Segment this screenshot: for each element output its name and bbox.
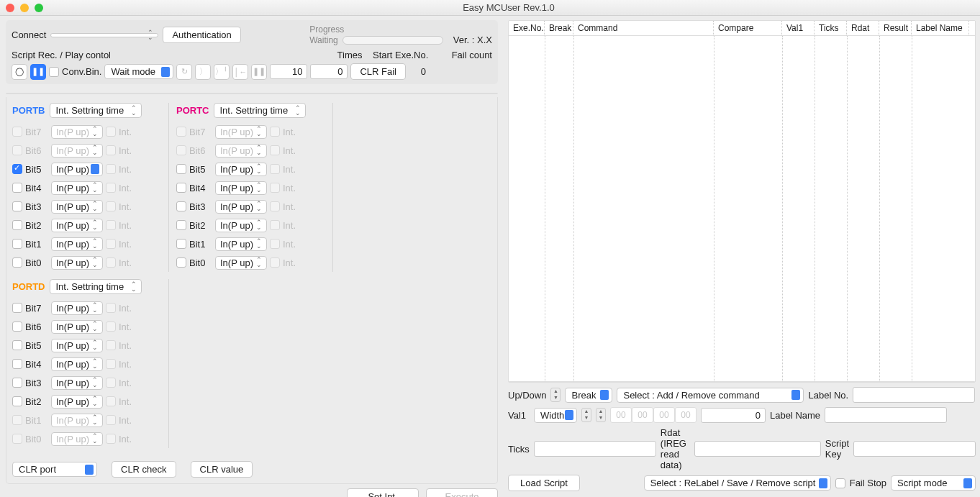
port-d-bit3-mode-select[interactable]: In(P up)⌃⌄ — [51, 376, 103, 390]
waitmode-select[interactable]: Wait mode — [104, 64, 173, 79]
port-c-bit1-checkbox[interactable] — [176, 239, 186, 249]
label-no-input[interactable] — [853, 387, 975, 403]
script-mode-select[interactable]: Script mode — [891, 475, 976, 491]
port-c-bit3-mode-select[interactable]: In(P up)⌃⌄ — [215, 200, 267, 214]
port-b-bit1-mode-select[interactable]: In(P up)⌃⌄ — [51, 237, 103, 251]
tab-mcu[interactable]: MCU — [6, 94, 43, 94]
clr-value-button[interactable]: CLR value — [191, 461, 253, 478]
port-c-setting-select[interactable]: Int. Settring time⌃⌄ — [214, 103, 306, 118]
script-key-input[interactable] — [853, 441, 976, 457]
port-d-bit5-checkbox[interactable] — [12, 340, 22, 350]
close-icon[interactable] — [6, 4, 14, 12]
rewind-button[interactable]: │← — [232, 64, 248, 80]
port-d-bit2-mode-select[interactable]: In(P up)⌃⌄ — [51, 395, 103, 409]
tab-regs[interactable]: REGs — [84, 94, 124, 94]
record-button[interactable]: ◯ — [12, 64, 27, 80]
execute-button[interactable]: Execute — [426, 488, 498, 497]
reload-button[interactable]: ↻ — [176, 64, 192, 80]
step-fwd-button[interactable]: 〉 — [195, 64, 211, 80]
port-c-bit5-checkbox[interactable] — [176, 164, 186, 174]
port-d-bit6-checkbox[interactable] — [12, 322, 22, 332]
val1-input[interactable] — [701, 408, 766, 423]
port-b-bit3-checkbox[interactable] — [12, 201, 22, 211]
rdat-input[interactable] — [694, 441, 821, 457]
pause-button[interactable]: ❚❚ — [30, 64, 46, 80]
th-exe-no-[interactable]: Exe.No. — [509, 21, 545, 35]
port-c-bit4-mode-select[interactable]: In(P up)⌃⌄ — [215, 181, 267, 195]
clr-fail-button[interactable]: CLR Fail — [350, 63, 406, 80]
step-stop-button[interactable]: 〉╵ — [214, 64, 230, 80]
tab-firm-[interactable]: Firm. — [407, 94, 444, 94]
val1-byte-2[interactable]: 00 — [653, 407, 675, 423]
tab-pio[interactable]: PIO — [188, 94, 219, 94]
th-command[interactable]: Command — [573, 21, 714, 35]
convbin-checkbox[interactable] — [49, 67, 59, 77]
port-d-bit5-mode-select[interactable]: In(P up)⌃⌄ — [51, 339, 103, 352]
updown-stepper[interactable]: ▲▼ — [550, 388, 561, 402]
port-d-bit6-mode-select[interactable]: In(P up)⌃⌄ — [51, 320, 103, 334]
th-label-name[interactable]: Label Name — [912, 21, 969, 35]
port-d-bit7-checkbox[interactable] — [12, 303, 22, 313]
th-ticks[interactable]: Ticks — [815, 21, 847, 35]
tab-analog[interactable]: Analog — [249, 94, 293, 94]
port-b-setting-select[interactable]: Int. Settring time⌃⌄ — [50, 103, 142, 118]
times-input[interactable] — [270, 64, 307, 79]
port-d-bit7-mode-select[interactable]: In(P up)⌃⌄ — [51, 301, 103, 315]
set-int-button[interactable]: Set Int. — [347, 488, 419, 497]
th-val1[interactable]: Val1 — [782, 21, 815, 35]
tab-binary[interactable]: Binary — [43, 94, 85, 94]
port-d-bit2-checkbox[interactable] — [12, 396, 22, 406]
port-c-bit0-checkbox[interactable] — [176, 257, 186, 268]
maximize-icon[interactable] — [35, 4, 43, 12]
val1-byte-3[interactable]: 00 — [675, 407, 697, 423]
val1-byte-1[interactable]: 00 — [632, 407, 653, 423]
port-b-bit1-checkbox[interactable] — [12, 239, 22, 249]
port-c-bit2-mode-select[interactable]: In(P up)⌃⌄ — [215, 219, 267, 232]
val1-stepper-2[interactable]: ▲▼ — [596, 408, 606, 422]
startexe-input[interactable] — [310, 64, 348, 79]
break-select[interactable]: Break — [565, 388, 612, 403]
fail-stop-checkbox[interactable] — [835, 478, 845, 488]
label-name-input[interactable] — [825, 407, 947, 423]
port-c-bit2-checkbox[interactable] — [176, 220, 186, 230]
tab-pwm[interactable]: PWM — [293, 94, 331, 94]
port-b-bit3-mode-select[interactable]: In(P up)⌃⌄ — [51, 200, 103, 214]
authentication-button[interactable]: Authentication — [163, 27, 240, 43]
port-c-bit1-mode-select[interactable]: In(P up)⌃⌄ — [215, 237, 267, 251]
port-c-bit0-mode-select[interactable]: In(P up)⌃⌄ — [215, 256, 267, 270]
port-d-bit3-checkbox[interactable] — [12, 378, 22, 388]
relabel-select[interactable]: Select : ReLabel / Save / Remove script — [644, 475, 831, 491]
port-d-setting-select[interactable]: Int. Settring time⌃⌄ — [50, 279, 142, 294]
port-b-bit2-mode-select[interactable]: In(P up)⌃⌄ — [51, 219, 103, 232]
width-select[interactable]: Width — [534, 408, 577, 423]
port-b-bit2-checkbox[interactable] — [12, 220, 22, 230]
port-c-bit3-checkbox[interactable] — [176, 201, 186, 211]
load-script-button[interactable]: Load Script — [508, 475, 580, 491]
minimize-icon[interactable] — [20, 4, 29, 12]
port-b-bit0-mode-select[interactable]: In(P up)⌃⌄ — [51, 256, 103, 270]
ticks-input[interactable] — [534, 441, 656, 457]
clr-port-select[interactable]: CLR port — [12, 462, 97, 477]
tab-cireg-adr-[interactable]: CIREG adr. — [124, 94, 187, 94]
port-b-bit4-mode-select[interactable]: In(P up)⌃⌄ — [51, 181, 103, 195]
th-result[interactable]: Result — [879, 21, 912, 35]
port-c-bit5-mode-select[interactable]: In(P up)⌃⌄ — [215, 163, 267, 176]
port-b-bit4-checkbox[interactable] — [12, 183, 22, 193]
th-rdat[interactable]: Rdat — [847, 21, 879, 35]
port-d-bit4-checkbox[interactable] — [12, 359, 22, 369]
port-b-bit5-checkbox[interactable] — [12, 164, 22, 174]
th-break[interactable]: Break — [545, 21, 573, 35]
val1-stepper-1[interactable]: ▲▼ — [581, 408, 591, 422]
val1-byte-0[interactable]: 00 — [610, 407, 632, 423]
clr-check-button[interactable]: CLR check — [112, 461, 176, 478]
horizontal-scrollbar[interactable] — [509, 381, 975, 383]
port-b-bit5-mode-select[interactable]: In(P up) — [51, 163, 103, 176]
connect-select[interactable]: ⌃⌄ — [50, 33, 158, 37]
tab-lcd[interactable]: LCD — [331, 94, 365, 94]
port-c-bit4-checkbox[interactable] — [176, 183, 186, 193]
add-remove-select[interactable]: Select : Add / Remove command — [617, 388, 804, 403]
port-b-bit0-checkbox[interactable] — [12, 257, 22, 268]
th-compare[interactable]: Compare — [714, 21, 782, 35]
play-pause-button[interactable]: ❚❚ — [251, 64, 267, 80]
tab-spi[interactable]: SPI — [219, 94, 249, 94]
